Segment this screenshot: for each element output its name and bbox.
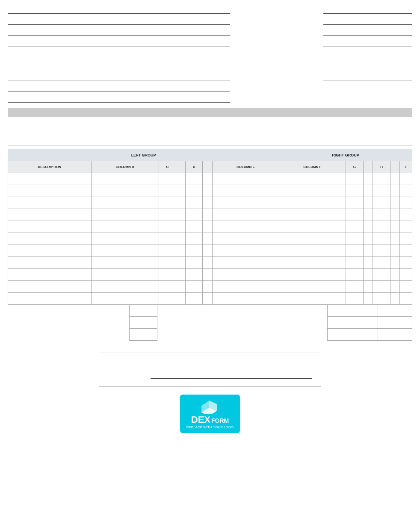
field-line-4[interactable] — [8, 38, 230, 47]
table-row — [8, 197, 412, 209]
total-right-label-1[interactable] — [328, 305, 378, 316]
total-right-row-1 — [327, 305, 412, 317]
notes-underline — [151, 378, 312, 379]
table-header-right-group: RIGHT GROUP — [279, 149, 412, 161]
table-row — [8, 293, 412, 305]
main-table: LEFT GROUP RIGHT GROUP DESCRIPTION COLUM… — [8, 149, 412, 305]
col-header-g: G — [346, 161, 364, 173]
right-field-4[interactable] — [323, 38, 412, 47]
logo-tagline: REPLACE WITH YOUR LOGO — [186, 425, 234, 429]
mid-lines — [8, 119, 412, 145]
total-right-row-2 — [327, 317, 412, 329]
col-header-desc: DESCRIPTION — [8, 161, 92, 173]
table-row — [8, 269, 412, 281]
field-line-7[interactable] — [8, 71, 230, 80]
total-right-val-3[interactable] — [378, 329, 412, 340]
col-header-b: COLUMN B — [91, 161, 159, 173]
field-line-9[interactable] — [8, 93, 230, 103]
total-left-2[interactable] — [129, 317, 157, 329]
col-header-c: C — [159, 161, 176, 173]
full-line-1[interactable] — [8, 119, 412, 128]
logo-area: DEX FORM REPLACE WITH YOUR LOGO — [8, 395, 412, 434]
notes-area — [8, 348, 412, 387]
totals-left-sub — [129, 305, 157, 341]
logo-form: FORM — [211, 418, 229, 424]
table-row — [8, 209, 412, 221]
right-field-6[interactable] — [323, 60, 412, 69]
totals-area — [8, 305, 412, 341]
col-header-sep4 — [390, 161, 399, 173]
field-line-8[interactable] — [8, 82, 230, 91]
table-row — [8, 257, 412, 269]
totals-right-sub — [327, 305, 412, 341]
table-row — [8, 173, 412, 185]
logo-dex: DEX — [191, 415, 210, 424]
col-header-f: COLUMN F — [279, 161, 346, 173]
col-header-i: I — [399, 161, 412, 173]
gray-bar — [8, 108, 412, 117]
notes-box[interactable] — [99, 353, 321, 387]
table-row — [8, 185, 412, 197]
total-left-3[interactable] — [129, 329, 157, 341]
col-header-sep1 — [176, 161, 186, 173]
table-row — [8, 281, 412, 293]
right-field-1[interactable] — [323, 4, 412, 14]
field-line-5[interactable] — [8, 49, 230, 58]
dex-form-logo: DEX FORM REPLACE WITH YOUR LOGO — [180, 395, 240, 433]
total-right-row-3 — [327, 329, 412, 341]
logo-inner: DEX FORM REPLACE WITH YOUR LOGO — [180, 395, 240, 433]
field-line-1[interactable] — [8, 4, 230, 14]
right-fields — [323, 4, 412, 104]
table-row — [8, 233, 412, 245]
logo-icon — [200, 399, 220, 414]
field-line-6[interactable] — [8, 60, 230, 69]
table-row — [8, 245, 412, 257]
left-fields — [8, 4, 230, 104]
col-header-sep2 — [203, 161, 212, 173]
total-left-1[interactable] — [129, 305, 157, 317]
right-field-5[interactable] — [323, 49, 412, 58]
total-right-label-2[interactable] — [328, 317, 378, 328]
total-right-val-1[interactable] — [378, 305, 412, 316]
field-line-2[interactable] — [8, 15, 230, 25]
total-right-val-2[interactable] — [378, 317, 412, 328]
col-header-d: D — [186, 161, 203, 173]
right-field-7[interactable] — [323, 71, 412, 80]
right-field-2[interactable] — [323, 15, 412, 25]
col-header-e: COLUMN E — [212, 161, 279, 173]
field-line-3[interactable] — [8, 27, 230, 36]
right-field-3[interactable] — [323, 27, 412, 36]
top-section — [8, 4, 412, 104]
col-header-h: H — [373, 161, 390, 173]
table-row — [8, 221, 412, 233]
full-line-2[interactable] — [8, 136, 412, 145]
col-header-sep3 — [364, 161, 373, 173]
table-header-left-group: LEFT GROUP — [8, 149, 279, 161]
total-right-label-3[interactable] — [328, 329, 378, 340]
logo-text: DEX FORM — [191, 415, 229, 424]
